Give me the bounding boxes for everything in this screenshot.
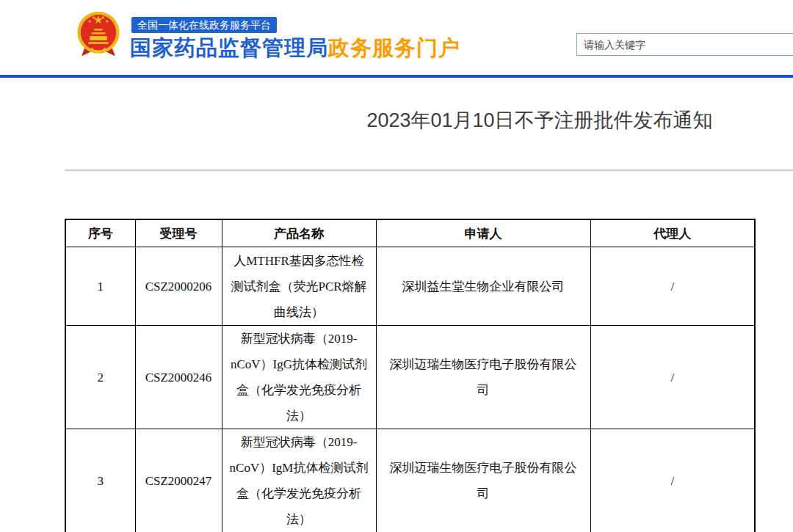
cell-applicant: 深圳迈瑞生物医疗电子股份有限公司	[376, 429, 590, 532]
cell-acceptance: CSZ2000246	[135, 326, 222, 429]
site-name-portal: 政务服务门户	[328, 36, 460, 59]
notice-title: 2023年01月10日不予注册批件发布通知	[0, 107, 793, 134]
cell-product: 新型冠状病毒（2019-nCoV）IgG抗体检测试剂盒（化学发光免疫分析法）	[222, 326, 376, 429]
table-header-row: 序号 受理号 产品名称 申请人 代理人	[65, 219, 755, 247]
col-header-acceptance: 受理号	[135, 219, 222, 247]
svg-text:★: ★	[92, 15, 96, 20]
platform-badge: 全国一体化在线政务服务平台	[131, 17, 277, 33]
col-header-applicant: 申请人	[376, 219, 590, 247]
site-title-home-link[interactable]: 国家药品监督管理局政务服务门户	[130, 34, 460, 63]
site-header: ★ ★ ★ ★ ★ 全国一体化在线政务服务平台 国家药品监督管理局政务服务门户	[0, 0, 793, 75]
cell-acceptance: CSZ2000247	[135, 429, 222, 532]
col-header-product: 产品名称	[222, 219, 376, 247]
cell-agent: /	[590, 247, 755, 326]
table-row: 1 CSZ2000206 人MTHFR基因多态性检测试剂盒（荧光PCR熔解曲线法…	[65, 247, 755, 326]
cell-agent: /	[590, 429, 755, 532]
cell-applicant: 深圳益生堂生物企业有限公司	[376, 247, 590, 326]
cell-product: 新型冠状病毒（2019-nCoV）IgM抗体检测试剂盒（化学发光免疫分析法）	[222, 429, 376, 532]
cell-seq: 2	[65, 326, 135, 429]
header-divider-rule	[0, 75, 793, 78]
title-divider-line	[65, 170, 793, 171]
table-row: 2 CSZ2000246 新型冠状病毒（2019-nCoV）IgG抗体检测试剂盒…	[65, 326, 755, 429]
cell-agent: /	[590, 326, 755, 429]
keyword-search-input[interactable]	[576, 33, 793, 56]
col-header-seq: 序号	[65, 219, 135, 247]
col-header-agent: 代理人	[590, 219, 755, 247]
svg-text:★: ★	[105, 18, 109, 23]
cell-acceptance: CSZ2000206	[135, 247, 222, 326]
cell-applicant: 深圳迈瑞生物医疗电子股份有限公司	[376, 326, 590, 429]
cell-seq: 3	[65, 429, 135, 532]
portal-page: ★ ★ ★ ★ ★ 全国一体化在线政务服务平台 国家药品监督管理局政务服务门户 …	[0, 0, 793, 532]
site-name-agency: 国家药品监督管理局	[130, 36, 328, 59]
table-row: 3 CSZ2000247 新型冠状病毒（2019-nCoV）IgM抗体检测试剂盒…	[65, 429, 755, 532]
rejection-notice-table: 序号 受理号 产品名称 申请人 代理人 1 CSZ2000206 人MTHFR基…	[65, 219, 756, 532]
cell-product: 人MTHFR基因多态性检测试剂盒（荧光PCR熔解曲线法）	[222, 247, 376, 326]
cell-seq: 1	[65, 247, 135, 326]
national-emblem-icon: ★ ★ ★ ★ ★	[76, 9, 121, 62]
